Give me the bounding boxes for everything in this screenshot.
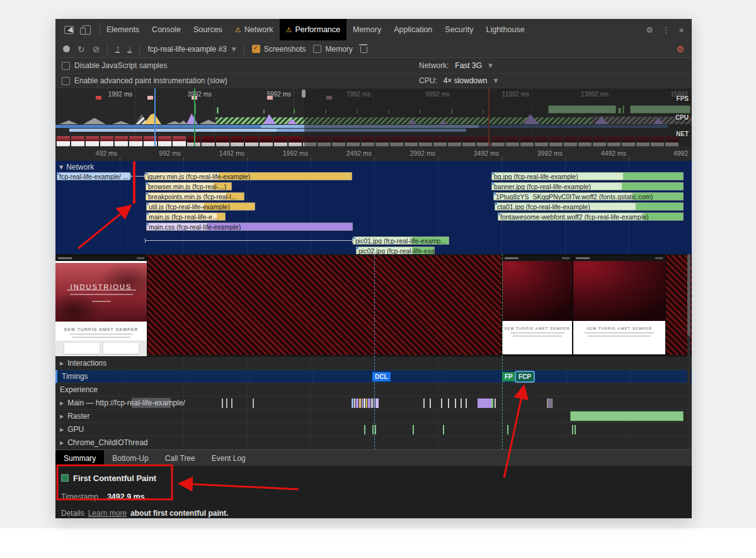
track-gridline [183, 436, 184, 449]
tab-elements[interactable]: Elements [100, 19, 146, 40]
network-request-bar[interactable]: breakpoints.min.js (fcp-real-l... [146, 192, 244, 201]
tab-console[interactable]: Console [146, 19, 187, 40]
filmstrip-thumbnail[interactable] [115, 136, 128, 146]
inspect-element-icon[interactable] [64, 26, 74, 34]
network-request-bar[interactable]: 1Ptug8zYS_SKggPNyC0ITw.woff2 (fonts.gsta… [493, 192, 684, 201]
kebab-menu-icon[interactable]: ⋮ [662, 25, 670, 35]
tab-application[interactable]: Application [387, 19, 438, 40]
filmstrip-thumbnail[interactable] [173, 136, 186, 146]
filmstrip-thumbnail[interactable] [289, 136, 302, 146]
tab-lighthouse[interactable]: Lighthouse [479, 19, 530, 40]
selection-handle[interactable] [302, 90, 306, 98]
cpu-throttle-select[interactable]: CPU: 4× slowdown ▼ [419, 76, 498, 85]
network-request-bar[interactable]: browser.min.js (fcp-real-...) [146, 182, 232, 190]
tab-sources[interactable]: Sources [187, 19, 229, 40]
network-request-bar[interactable]: main.css (fcp-real-life-example) [146, 223, 353, 231]
reload-and-record-icon[interactable]: ↻ [77, 44, 85, 54]
track-row-experience[interactable]: Experience [55, 383, 692, 397]
track-gridline [183, 423, 184, 436]
network-request-bar[interactable]: banner.jpg (fcp-real-life-example) [491, 182, 684, 190]
collapse-arrow-icon[interactable]: ▼ [59, 165, 63, 170]
track-row-raster[interactable]: ▶Raster [55, 410, 692, 423]
advanced-paint-checkbox[interactable] [62, 77, 70, 85]
network-track[interactable]: ▼ Network ⋯ fcp-real-life-example/ ...jq… [55, 161, 692, 254]
timing-badge-fcp[interactable]: FCP [516, 372, 534, 381]
network-request-bar[interactable]: main.js (fcp-real-life-e... [146, 212, 226, 221]
timing-badge-dcl[interactable]: DCL [372, 372, 391, 381]
filmstrip-thumbnail[interactable] [245, 136, 258, 146]
tab-security[interactable]: Security [438, 19, 479, 40]
track-row-timings[interactable]: TimingsDCLFPFCP [55, 370, 692, 383]
track-row-main[interactable]: ▶Main — http://fcp-real-life-example/ [55, 397, 692, 410]
filmstrip-thumbnail[interactable] [202, 136, 215, 146]
memory-checkbox[interactable]: Memory [313, 45, 352, 54]
filmstrip-thumbnail[interactable] [158, 136, 171, 146]
network-throttle-select[interactable]: Network: Fast 3G ▼ [419, 61, 493, 70]
save-profile-icon[interactable]: ↓ [127, 45, 132, 53]
track-row-gpu[interactable]: ▶GPU [55, 423, 692, 436]
bottom-tab-call-tree[interactable]: Call Tree [157, 450, 203, 467]
track-name: GPU [67, 425, 84, 434]
filmstrip-thumbnail[interactable] [216, 136, 229, 146]
device-toolbar-icon[interactable] [83, 25, 91, 35]
tab-memory[interactable]: Memory [346, 19, 387, 40]
tab-performance[interactable]: ⚠Performance [280, 19, 346, 40]
expand-arrow-icon[interactable]: ▶ [60, 427, 64, 433]
expand-arrow-icon[interactable]: ▶ [60, 400, 64, 406]
capture-settings-gear-icon[interactable]: ⚙ [676, 44, 684, 54]
filmstrip-thumbnail[interactable] [57, 136, 70, 146]
bottom-tab-bottom-up[interactable]: Bottom-Up [104, 450, 156, 467]
network-resize-handle[interactable]: ⋯ [370, 247, 379, 254]
band-label-net: NET [676, 131, 689, 137]
filmstrip-thumbnail[interactable] [274, 136, 287, 146]
filmstrip-thumbnail[interactable] [231, 136, 244, 146]
filmstrip-thumbnail[interactable] [86, 136, 99, 146]
timeline-overview[interactable]: 1992 ms3992 ms5992 ms7992 ms9992 ms11992… [55, 88, 692, 146]
gpu-activity-mark [364, 425, 365, 434]
network-request-bar[interactable]: bg.jpg (fcp-real-life-example) [491, 172, 684, 180]
screenshots-checkbox[interactable]: Screenshots [252, 45, 306, 54]
chevron-down-icon: ▼ [493, 78, 498, 84]
page-screenshot-3[interactable]: SEM TURPIS AMET SEMPER [573, 255, 665, 354]
expand-arrow-icon[interactable]: ▶ [60, 414, 64, 419]
filmstrip-thumbnail[interactable] [260, 136, 273, 146]
settings-gear-icon[interactable]: ⚙ [646, 25, 653, 35]
network-request-bar[interactable]: util.js (fcp-real-life-example) [146, 202, 255, 211]
tracks-scrollbar[interactable] [687, 254, 690, 449]
expand-arrow-icon[interactable]: ▶ [60, 361, 64, 366]
network-request-bar[interactable]: fontawesome-webfont.woff2 (fcp-real-life… [498, 212, 684, 221]
track-row-interactions[interactable]: ▶Interactions [55, 357, 692, 370]
filmstrip-thumbnail[interactable] [71, 136, 84, 146]
filmstrip-thumbnail[interactable] [129, 136, 142, 146]
network-request-bar[interactable]: pic02.jpg (fcp-real-life-example) [356, 247, 435, 254]
page-screenshot-1[interactable]: INDUSTRIOUS SEM TURPIS AMET SEMPER [55, 255, 147, 356]
network-request-bar[interactable]: jquery.min.js (fcp-real-life-example) [145, 172, 352, 180]
frames-strip[interactable]: INDUSTRIOUS SEM TURPIS AMET SEMPER SEM T… [55, 254, 692, 357]
track-gridline [247, 397, 248, 409]
raster-task-bar[interactable] [570, 411, 684, 421]
bottom-tab-summary[interactable]: Summary [55, 450, 104, 467]
network-request-bar[interactable]: cta01.jpg (fcp-real-life-example) [495, 202, 684, 211]
filmstrip-thumbnail[interactable] [100, 136, 113, 146]
track-label: ▶Interactions [60, 359, 106, 368]
main-activity-mark [366, 398, 367, 408]
recording-history-select[interactable]: fcp-real-life-example #3 ▼ [147, 45, 236, 54]
network-request-bar[interactable]: pic01.jpg (fcp-real-life-examp... [353, 236, 449, 245]
trash-icon[interactable] [360, 47, 367, 53]
load-profile-icon[interactable]: ↑ [115, 45, 120, 53]
request-whisker [145, 240, 353, 241]
page-screenshot-2[interactable]: SEM TURPIS AMET SEMPER [502, 255, 572, 354]
learn-more-link[interactable]: Learn more [88, 509, 127, 518]
track-row-chrome[interactable]: ▶Chrome_ChildIOThread [55, 436, 692, 450]
tab-network[interactable]: ⚠Network [229, 19, 280, 40]
network-request-bar[interactable]: fcp-real-life-example/ ... [57, 172, 130, 180]
disable-js-checkbox[interactable] [62, 62, 70, 70]
timing-badge-fp[interactable]: FP [502, 372, 515, 381]
clear-recording-icon[interactable]: ⊘ [93, 44, 100, 54]
expand-arrow-icon[interactable]: ▶ [60, 440, 64, 446]
event-color-swatch [61, 474, 69, 482]
close-icon[interactable]: × [679, 25, 684, 35]
bottom-tab-event-log[interactable]: Event Log [203, 450, 254, 467]
record-button[interactable] [63, 45, 70, 52]
screenshot-header-bar [55, 255, 147, 261]
